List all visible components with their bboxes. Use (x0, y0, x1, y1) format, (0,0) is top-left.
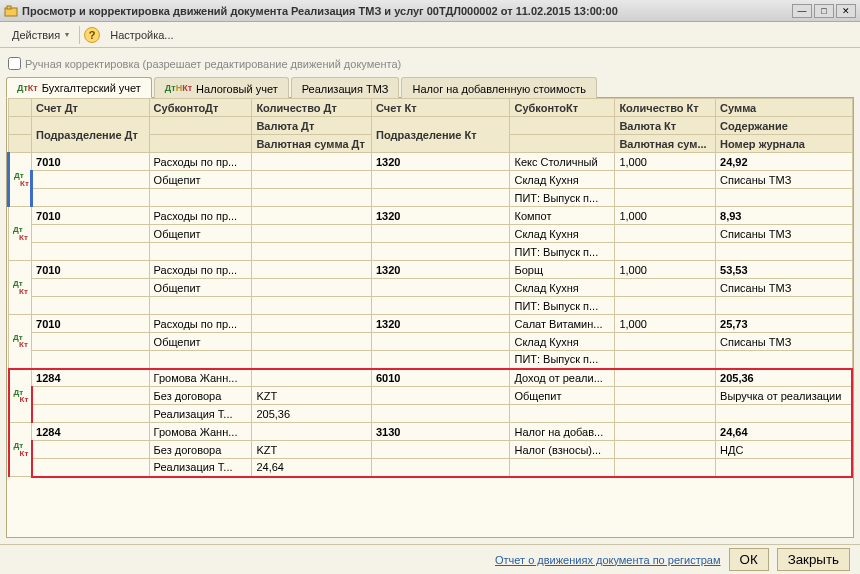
cell-acc-dt[interactable]: 7010 (32, 315, 150, 333)
cell-sub-kt[interactable] (510, 459, 615, 477)
cell-acc-dt[interactable]: 7010 (32, 261, 150, 279)
table-row[interactable]: ДтКт 7010 Расходы по пр... 1320 Компот 1… (9, 207, 853, 225)
cell-cur-kt[interactable] (615, 171, 716, 189)
cell-sub-kt[interactable]: ПИТ: Выпуск п... (510, 189, 615, 207)
cell-sub-dt[interactable]: Общепит (149, 279, 252, 297)
tab-tax[interactable]: ДтНКт Налоговый учет (154, 77, 289, 98)
cell-sub-kt[interactable]: Налог на добав... (510, 423, 615, 441)
cell-journal[interactable] (716, 189, 852, 207)
col-cur-kt[interactable]: Валюта Кт (615, 117, 716, 135)
table-row[interactable]: Общепит Склад Кухня Списаны ТМЗ (9, 279, 853, 297)
cell[interactable] (32, 189, 150, 207)
cell-qty-dt[interactable] (252, 315, 372, 333)
cell-qty-dt[interactable] (252, 369, 372, 387)
cell-dept-dt[interactable] (32, 171, 150, 189)
col-cur-dt[interactable]: Валюта Дт (252, 117, 372, 135)
cell-vsum-dt[interactable] (252, 297, 372, 315)
manual-edit-checkbox[interactable] (8, 57, 21, 70)
cell-cur-dt[interactable] (252, 333, 372, 351)
cell-dept-kt[interactable] (371, 225, 509, 243)
cell-vsum-dt[interactable] (252, 351, 372, 369)
cell-journal[interactable] (716, 351, 852, 369)
col-sub-dt[interactable]: СубконтоДт (149, 99, 252, 117)
cell-sub-kt[interactable]: Склад Кухня (510, 171, 615, 189)
table-row[interactable]: Без договора KZT Налог (взносы)... НДС (9, 441, 853, 459)
table-row[interactable]: ДтКт 7010 Расходы по пр... 1320 Борщ 1,0… (9, 261, 853, 279)
col-marker[interactable] (9, 99, 32, 117)
cell[interactable] (32, 243, 150, 261)
cell[interactable] (32, 459, 150, 477)
col-vsum-dt[interactable]: Валютная сумма Дт (252, 135, 372, 153)
cell-qty-dt[interactable] (252, 423, 372, 441)
table-row[interactable]: Реализация Т... 205,36 (9, 405, 853, 423)
cell-sub-dt[interactable]: Общепит (149, 225, 252, 243)
cell-sum[interactable]: 53,53 (716, 261, 852, 279)
cell-sub-dt[interactable] (149, 351, 252, 369)
cell-dept-kt[interactable] (371, 387, 509, 405)
cell-sub-dt[interactable]: Громова Жанн... (149, 369, 252, 387)
cell[interactable] (371, 351, 509, 369)
cell-sum[interactable]: 25,73 (716, 315, 852, 333)
cell-content[interactable]: Списаны ТМЗ (716, 279, 852, 297)
cell-vsum-dt[interactable]: 205,36 (252, 405, 372, 423)
cell-sub-dt[interactable]: Громова Жанн... (149, 423, 252, 441)
col-dept-dt[interactable]: Подразделение Дт (32, 117, 150, 153)
cell-sub-kt[interactable]: Компот (510, 207, 615, 225)
col-sum[interactable]: Сумма (716, 99, 852, 117)
help-icon[interactable]: ? (84, 27, 100, 43)
cell-sub-kt[interactable]: Кекс Столичный (510, 153, 615, 171)
cell-dept-dt[interactable] (32, 333, 150, 351)
cell-journal[interactable] (716, 459, 852, 477)
cell[interactable] (371, 189, 509, 207)
tab-vat[interactable]: Налог на добавленную стоимость (401, 77, 596, 98)
cell-sub-kt[interactable]: Салат Витамин... (510, 315, 615, 333)
cell[interactable] (371, 459, 509, 477)
cell-cur-kt[interactable] (615, 441, 716, 459)
cell-sum[interactable]: 24,92 (716, 153, 852, 171)
cell-sub-kt[interactable] (510, 405, 615, 423)
cell[interactable] (371, 297, 509, 315)
cell-vsum-kt[interactable] (615, 405, 716, 423)
table-row[interactable]: ДтКт 7010 Расходы по пр... 1320 Салат Ви… (9, 315, 853, 333)
cell-vsum-kt[interactable] (615, 459, 716, 477)
cell-acc-kt[interactable]: 1320 (371, 207, 509, 225)
table-row[interactable]: ДтКт 7010 Расходы по пр... 1320 Кекс Сто… (9, 153, 853, 171)
cell-sub-kt[interactable]: Налог (взносы)... (510, 441, 615, 459)
ok-button[interactable]: ОК (729, 548, 769, 571)
cell[interactable] (32, 405, 150, 423)
col-acc-kt[interactable]: Счет Кт (371, 99, 509, 117)
cell-acc-kt[interactable]: 6010 (371, 369, 509, 387)
cell-sub-kt[interactable]: Доход от реали... (510, 369, 615, 387)
cell-sub-kt[interactable]: Склад Кухня (510, 225, 615, 243)
cell-sub-dt[interactable]: Без договора (149, 441, 252, 459)
settings-button[interactable]: Настройка... (104, 27, 179, 43)
cell-sub-kt[interactable]: Склад Кухня (510, 279, 615, 297)
cell-journal[interactable] (716, 405, 852, 423)
cell-qty-kt[interactable] (615, 369, 716, 387)
cell-acc-dt[interactable]: 1284 (32, 423, 150, 441)
cell-qty-kt[interactable]: 1,000 (615, 153, 716, 171)
cell-acc-kt[interactable]: 1320 (371, 153, 509, 171)
cell-sub-dt[interactable]: Общепит (149, 171, 252, 189)
cell-sub-dt[interactable]: Расходы по пр... (149, 153, 252, 171)
cell-acc-dt[interactable]: 7010 (32, 153, 150, 171)
cell-dept-kt[interactable] (371, 279, 509, 297)
cell-content[interactable]: Списаны ТМЗ (716, 225, 852, 243)
cell-sub-kt[interactable]: ПИТ: Выпуск п... (510, 297, 615, 315)
cell-qty-dt[interactable] (252, 207, 372, 225)
cell-journal[interactable] (716, 297, 852, 315)
table-row[interactable]: Общепит Склад Кухня Списаны ТМЗ (9, 333, 853, 351)
cell-vsum-kt[interactable] (615, 351, 716, 369)
minimize-button[interactable]: — (792, 4, 812, 18)
grid-container[interactable]: Счет Дт СубконтоДт Количество Дт Счет Кт… (6, 98, 854, 538)
tab-realization[interactable]: Реализация ТМЗ (291, 77, 400, 98)
col-journal[interactable]: Номер журнала (716, 135, 852, 153)
cell-sub-dt[interactable]: Реализация Т... (149, 459, 252, 477)
cell-dept-dt[interactable] (32, 441, 150, 459)
cell-qty-dt[interactable] (252, 153, 372, 171)
col-acc-dt[interactable]: Счет Дт (32, 99, 150, 117)
cell-cur-dt[interactable]: KZT (252, 387, 372, 405)
cell-vsum-kt[interactable] (615, 189, 716, 207)
cell-acc-dt[interactable]: 1284 (32, 369, 150, 387)
cell-sub-kt[interactable]: ПИТ: Выпуск п... (510, 243, 615, 261)
